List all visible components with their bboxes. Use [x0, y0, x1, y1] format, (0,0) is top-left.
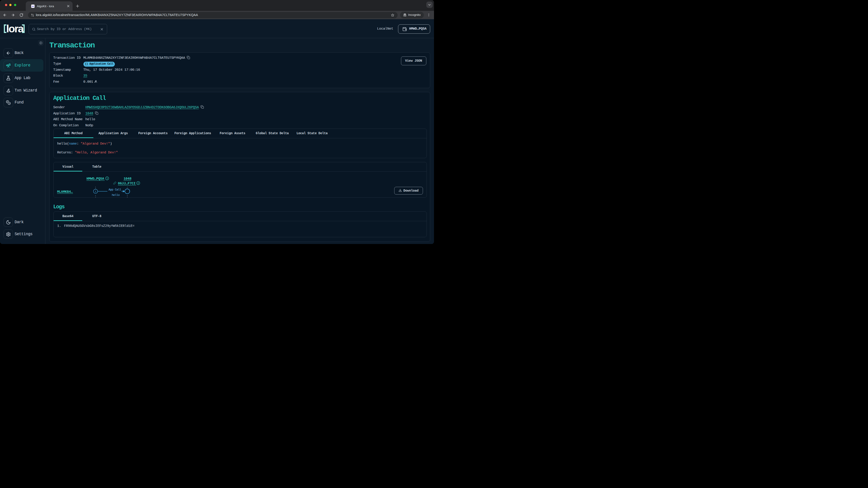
svg-text:1: 1	[106, 177, 108, 180]
svg-text:2: 2	[137, 182, 139, 185]
svg-text:1048: 1048	[123, 177, 131, 181]
svg-text:HMWD…PQSA: HMWD…PQSA	[86, 177, 104, 181]
svg-text:hello: hello	[112, 193, 120, 197]
svg-text:MLAMKB4…: MLAMKB4…	[57, 190, 73, 194]
svg-text:1: 1	[95, 190, 96, 193]
svg-text:06JJ…F7CI: 06JJ…F7CI	[118, 182, 135, 186]
svg-text:App Call: App Call	[108, 188, 121, 191]
